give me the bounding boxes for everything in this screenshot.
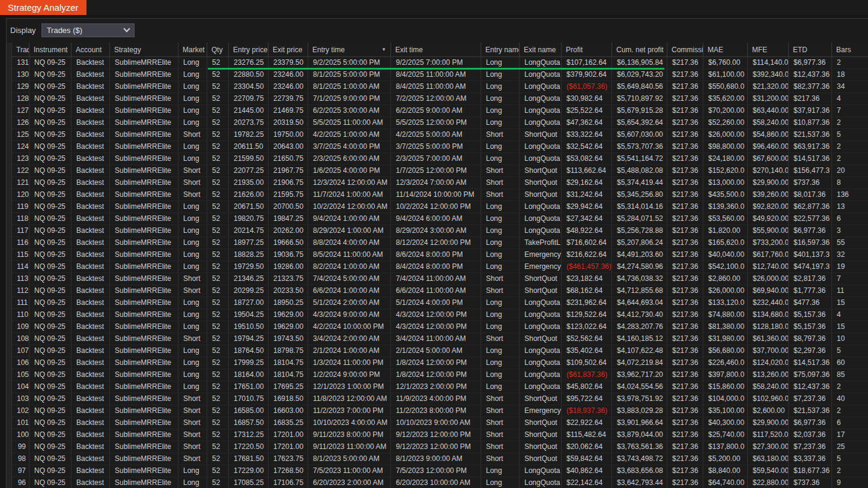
cell: 52 — [207, 189, 229, 200]
table-row[interactable]: 99NQ 09-25BacktestSublimeMRREliteShort52… — [12, 441, 868, 453]
table-row[interactable]: 117NQ 09-25BacktestSublimeMRREliteLong52… — [12, 225, 868, 237]
column-header-commissio[interactable]: Commissio — [667, 43, 703, 57]
cell: SublimeMRRElite — [110, 285, 178, 297]
table-row[interactable]: 108NQ 09-25BacktestSublimeMRREliteShort5… — [12, 333, 868, 345]
table-row[interactable]: 112NQ 09-25BacktestSublimeMRREliteShort5… — [12, 285, 868, 297]
cell: 5/5/2025 11:00:00 AM — [308, 117, 391, 128]
cell: Long — [481, 153, 520, 164]
table-row[interactable]: 101NQ 09-25BacktestSublimeMRREliteShort5… — [12, 417, 868, 429]
cell: $3,978,751.92 — [612, 393, 667, 405]
table-row[interactable]: 106NQ 09-25BacktestSublimeMRREliteLong52… — [12, 357, 868, 369]
column-header-qty[interactable]: Qty — [207, 43, 229, 57]
table-row[interactable]: 111NQ 09-25BacktestSublimeMRREliteLong52… — [12, 297, 868, 309]
column-header-cum-net-profit[interactable]: Cum. net profit — [612, 43, 667, 57]
column-header-trad[interactable]: Trad — [12, 43, 29, 57]
table-row[interactable]: 97NQ 09-25BacktestSublimeMRREliteLong521… — [12, 465, 868, 477]
column-header-exit-price[interactable]: Exit price — [269, 43, 308, 57]
table-row[interactable]: 102NQ 09-25BacktestSublimeMRREliteShort5… — [12, 405, 868, 417]
table-row[interactable]: 119NQ 09-25BacktestSublimeMRREliteLong52… — [12, 201, 868, 213]
display-dropdown[interactable]: Trades ($) — [41, 23, 135, 37]
cell: NQ 09-25 — [29, 261, 71, 273]
cell: NQ 09-25 — [29, 141, 71, 152]
table-row[interactable]: 124NQ 09-25BacktestSublimeMRREliteLong52… — [12, 141, 868, 153]
table-row[interactable]: 100NQ 09-25BacktestSublimeMRREliteShort5… — [12, 429, 868, 441]
table-row[interactable]: 123NQ 09-25BacktestSublimeMRREliteLong52… — [12, 153, 868, 165]
cell: 19847.25 — [269, 213, 308, 224]
cell: 52 — [207, 477, 229, 488]
table-row[interactable]: 120NQ 09-25BacktestSublimeMRREliteShort5… — [12, 189, 868, 201]
cell: 103 — [12, 393, 29, 405]
cell: LongQuota — [520, 321, 562, 333]
cell: 8/12/2024 12:00:00 PM — [391, 237, 481, 249]
column-header-mae[interactable]: MAE — [703, 43, 748, 57]
cell: 52 — [207, 153, 229, 164]
column-header-market[interactable]: Market — [178, 43, 207, 57]
cell: 17681.50 — [229, 453, 269, 465]
table-row[interactable]: 115NQ 09-25BacktestSublimeMRREliteLong52… — [12, 249, 868, 261]
cell: Backtest — [71, 261, 110, 273]
cell: $6,977.36 — [789, 57, 832, 68]
column-header-entry-name[interactable]: Entry name — [481, 43, 520, 57]
table-row[interactable]: 131NQ 09-25BacktestSublimeMRREliteLong52… — [12, 57, 868, 69]
cell: NQ 09-25 — [29, 453, 71, 465]
cell: $13,000.00 — [703, 177, 748, 188]
table-row[interactable]: 96NQ 09-25BacktestSublimeMRREliteLong521… — [12, 477, 868, 488]
cell: $217.36 — [667, 357, 703, 369]
table-row[interactable]: 125NQ 09-25BacktestSublimeMRREliteShort5… — [12, 129, 868, 141]
table-row[interactable]: 121NQ 09-25BacktestSublimeMRREliteShort5… — [12, 177, 868, 189]
cell: 12/3/2024 7:00:00 AM — [391, 177, 481, 188]
cell: 19629.00 — [269, 309, 308, 321]
column-header-entry-time[interactable]: Entry time▼ — [308, 43, 391, 57]
table-row[interactable]: 109NQ 09-25BacktestSublimeMRREliteLong52… — [12, 321, 868, 333]
table-row[interactable]: 128NQ 09-25BacktestSublimeMRREliteLong52… — [12, 93, 868, 105]
table-row[interactable]: 122NQ 09-25BacktestSublimeMRREliteShort5… — [12, 165, 868, 177]
cell: $16,597.36 — [789, 237, 832, 249]
column-header-bars[interactable]: Bars — [832, 43, 868, 57]
table-row[interactable]: 118NQ 09-25BacktestSublimeMRREliteLong52… — [12, 213, 868, 225]
table-row[interactable]: 103NQ 09-25BacktestSublimeMRREliteShort5… — [12, 393, 868, 405]
cell: $29,942.64 — [562, 201, 612, 212]
column-header-profit[interactable]: Profit — [562, 43, 612, 57]
column-header-entry-price[interactable]: Entry price — [229, 43, 269, 57]
table-row[interactable]: 127NQ 09-25BacktestSublimeMRREliteLong52… — [12, 105, 868, 117]
strategy-analyzer-tab[interactable]: Strategy Analyzer — [0, 0, 86, 15]
cell: SublimeMRRElite — [110, 117, 178, 128]
column-header-strategy[interactable]: Strategy — [110, 43, 178, 57]
cell: $59,540.00 — [748, 465, 789, 477]
column-header-exit-name[interactable]: Exit name — [520, 43, 562, 57]
table-row[interactable]: 129NQ 09-25BacktestSublimeMRREliteLong52… — [12, 81, 868, 93]
cell: $117,520.0 — [748, 429, 789, 441]
column-header-exit-time[interactable]: Exit time — [391, 43, 481, 57]
table-row[interactable]: 98NQ 09-25BacktestSublimeMRREliteShort52… — [12, 453, 868, 465]
column-header-etd[interactable]: ETD — [789, 43, 832, 57]
column-header-mfe[interactable]: MFE — [748, 43, 789, 57]
table-row[interactable]: 107NQ 09-25BacktestSublimeMRREliteLong52… — [12, 345, 868, 357]
column-header-account[interactable]: Account — [71, 43, 110, 57]
table-row[interactable]: 105NQ 09-25BacktestSublimeMRREliteLong52… — [12, 369, 868, 381]
table-row[interactable]: 104NQ 09-25BacktestSublimeMRREliteLong52… — [12, 381, 868, 393]
cell: $29,162.64 — [562, 177, 612, 188]
cell: $4,283,207.76 — [612, 321, 667, 333]
column-header-instrument[interactable]: Instrument — [29, 43, 71, 57]
cell: 52 — [207, 453, 229, 465]
cell: 129 — [12, 81, 29, 92]
table-row[interactable]: 113NQ 09-25BacktestSublimeMRREliteShort5… — [12, 273, 868, 285]
table-row[interactable]: 110NQ 09-25BacktestSublimeMRREliteLong52… — [12, 309, 868, 321]
table-row[interactable]: 116NQ 09-25BacktestSublimeMRREliteLong52… — [12, 237, 868, 249]
table-row[interactable]: 126NQ 09-25BacktestSublimeMRREliteLong52… — [12, 117, 868, 129]
cell: NQ 09-25 — [29, 201, 71, 212]
display-toolbar: Display Trades ($) — [7, 19, 868, 41]
cell: $67,600.00 — [748, 153, 789, 164]
cell: $217.36 — [667, 57, 703, 68]
cell: NQ 09-25 — [29, 213, 71, 224]
cell: $2,037.36 — [789, 429, 832, 441]
cell: 2/1/2024 1:00:00 AM — [308, 345, 391, 357]
cell: $6,136,905.84 — [612, 57, 667, 68]
cell: 1/6/2025 4:00:00 PM — [308, 165, 391, 176]
cell: LongQuota — [520, 369, 562, 381]
chevron-down-icon — [123, 25, 130, 32]
table-row[interactable]: 130NQ 09-25BacktestSublimeMRREliteLong52… — [12, 69, 868, 81]
cell: 7 — [832, 273, 868, 285]
cell: $68,162.64 — [562, 285, 612, 297]
table-row[interactable]: 114NQ 09-25BacktestSublimeMRREliteLong52… — [12, 261, 868, 273]
